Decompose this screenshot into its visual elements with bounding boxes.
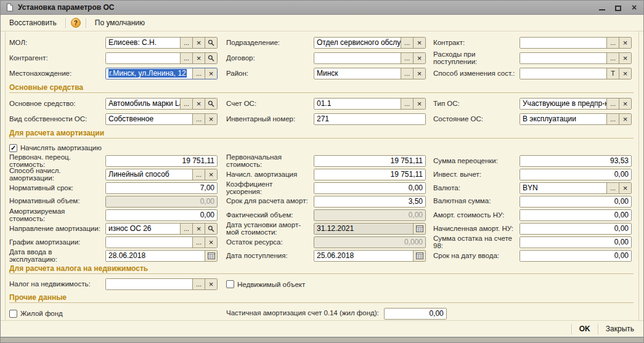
nachislyat-amortizaciyu-checkbox[interactable]: ✓Начислять амортизацию [9,144,218,152]
pervonach-pereoc-stoimost-field[interactable]: 19 751,11 [105,155,218,167]
mol-field[interactable]: Елисеев: С.Н....× [105,37,218,49]
data-ustanovki-amort-stoimosti-calendar-button[interactable] [413,224,425,234]
mestonahozhdenie-input[interactable]: г.Минск, ул.Ленина, 12 [106,68,192,79]
normativnyj-obem-field[interactable]: 0,00 [105,196,218,208]
kontrakt-input[interactable] [520,38,606,48]
chastichnaya-amortizaciya-input[interactable]: 0,00 [385,309,446,319]
sposob-nachisl-amortizacii-input[interactable]: Линейный способ [106,169,192,180]
default-button[interactable]: По умолчанию [91,17,149,29]
summa-ostatka-schet-98-field[interactable]: 0,00 [520,236,632,248]
zhiloj-fond-checkbox[interactable]: Жилой фонд [9,310,218,318]
close-icon[interactable]: × [630,3,638,12]
vid-sobstvennosti-os-input[interactable]: Собственное [106,114,192,124]
nalog-na-nedvizhimost-field[interactable]: ...× [105,278,218,290]
podrazdelenie-clear-button[interactable]: × [413,38,425,48]
valyuta-clear-button[interactable]: × [619,183,631,193]
napravlenie-amortizacii-search-button[interactable] [205,224,217,234]
pervonachalnaya-stoimost-input[interactable]: 19 751,11 [314,156,425,166]
mol-search-button[interactable] [205,38,217,48]
data-postupleniya-field[interactable]: 25.06.2018 [314,250,426,262]
data-vvoda-v-ekspluataciyu-field[interactable]: 28.06.2018 [105,250,218,262]
rashody-pri-postuplenii-ellipsis-button[interactable]: ... [606,53,619,63]
nachislyat-amortizaciyu-checkbox-box[interactable]: ✓ [9,144,17,152]
schet-os-clear-button[interactable]: × [413,99,425,109]
minimize-button[interactable] [598,3,606,12]
dogovor-input[interactable] [314,53,401,63]
dogovor-ellipsis-button[interactable]: ... [401,53,413,63]
sposob-izmeneniya-sost-type-button[interactable]: T [606,68,619,79]
sostoyanie-os-input[interactable]: В эксплуатации [520,114,606,124]
restore-button[interactable]: Восстановить [6,17,60,29]
kontrakt-clear-button[interactable]: × [619,38,631,48]
rashody-pri-postuplenii-field[interactable]: ...× [520,52,632,64]
osnovnoe-sredstvo-input[interactable]: Автомобиль марки Lada V [106,99,180,109]
schet-os-field[interactable]: 01.1...× [314,98,426,110]
srok-dlya-rascheta-amort-field[interactable]: 3,50 [314,196,426,208]
nalog-na-nedvizhimost-input[interactable] [106,279,192,289]
osnovnoe-sredstvo-search-button[interactable] [205,99,217,109]
grafik-amortizacii-field[interactable]: ...× [105,236,218,248]
sostoyanie-os-field[interactable]: В эксплуатации...× [520,113,632,125]
nachislennaya-amort-nu-field[interactable]: 0,00 [520,223,632,235]
rashody-pri-postuplenii-clear-button[interactable]: × [619,53,631,63]
data-postupleniya-input[interactable]: 25.06.2018 [314,251,413,261]
rajon-field[interactable]: Минск...× [314,68,426,79]
srok-na-datu-vvoda-field[interactable]: 0,00 [520,250,632,262]
valyuta-field[interactable]: BYN...× [520,182,632,194]
sostoyanie-os-clear-button[interactable]: × [619,114,631,124]
mestonahozhdenie-field[interactable]: г.Минск, ул.Ленина, 12...× [105,68,218,79]
tip-os-input[interactable]: Участвующие в предпр-кой д [520,99,606,109]
ostatok-resursa-field[interactable]: 0,000 [314,236,426,248]
schet-os-ellipsis-button[interactable]: ... [401,99,413,109]
kontrakt-ellipsis-button[interactable]: ... [606,38,619,48]
nachisl-amortizaciya-field[interactable]: 19 751,11 [314,169,426,180]
napravlenie-amortizacii-field[interactable]: износ ОС 26...× [105,223,218,235]
footer-close-button[interactable]: Закрыть [604,323,636,334]
mol-input[interactable]: Елисеев: С.Н. [106,38,180,48]
normativnyj-srok-field[interactable]: 7,00 [105,182,218,194]
napravlenie-amortizacii-clear-button[interactable]: × [192,224,205,234]
rajon-input[interactable]: Минск [314,68,401,79]
summa-pereocenki-input[interactable]: 93,53 [520,156,631,166]
invest-vychet-input[interactable]: 0,00 [520,169,631,180]
sposob-izmeneniya-sost-input[interactable] [520,68,606,79]
ostatok-resursa-input[interactable]: 0,000 [314,237,425,248]
osnovnoe-sredstvo-ellipsis-button[interactable]: ... [180,99,192,109]
kontragent-ellipsis-button[interactable]: ... [180,53,192,63]
dogovor-clear-button[interactable]: × [413,53,425,63]
summa-ostatka-schet-98-input[interactable]: 0,00 [520,237,631,248]
osnovnoe-sredstvo-field[interactable]: Автомобиль марки Lada V...× [105,98,218,110]
data-ustanovki-amort-stoimosti-field[interactable]: 31.12.2021 [314,223,426,235]
help-icon[interactable]: ? [71,18,81,28]
sposob-nachisl-amortizacii-clear-button[interactable]: × [205,169,217,180]
mestonahozhdenie-ellipsis-button[interactable]: ... [192,68,205,79]
data-ustanovki-amort-stoimosti-input[interactable]: 31.12.2021 [314,224,413,234]
kontragent-input[interactable] [106,53,180,63]
mol-clear-button[interactable]: × [192,38,205,48]
nalog-na-nedvizhimost-clear-button[interactable]: × [205,279,217,289]
podrazdelenie-ellipsis-button[interactable]: ... [401,38,413,48]
inventarnyj-nomer-input[interactable]: 271 [314,114,425,124]
kontragent-field[interactable]: ...× [105,52,218,64]
kontrakt-field[interactable]: ...× [520,37,632,49]
sposob-nachisl-amortizacii-ellipsis-button[interactable]: ... [192,169,205,180]
fakticheskij-obem-input[interactable]: 0,00 [314,210,425,220]
ok-button[interactable]: OK [577,323,592,334]
sostoyanie-os-ellipsis-button[interactable]: ... [606,114,619,124]
rajon-clear-button[interactable]: × [413,68,425,79]
rajon-ellipsis-button[interactable]: ... [401,68,413,79]
summa-pereocenki-field[interactable]: 93,53 [520,155,632,167]
mestonahozhdenie-clear-button[interactable]: × [205,68,217,79]
valyuta-input[interactable]: BYN [520,183,606,193]
sposob-nachisl-amortizacii-field[interactable]: Линейный способ...× [105,169,218,180]
amortiziruemaya-stoimost-input[interactable]: 0,00 [106,210,217,220]
srok-dlya-rascheta-amort-input[interactable]: 3,50 [314,196,425,207]
osnovnoe-sredstvo-clear-button[interactable]: × [192,99,205,109]
nachislennaya-amort-nu-input[interactable]: 0,00 [520,224,631,234]
nedvizhimyj-obekt-checkbox[interactable]: Недвижимый объект [226,280,426,288]
amort-stoimost-nu-input[interactable]: 0,00 [520,210,631,220]
grafik-amortizacii-clear-button[interactable]: × [205,237,217,248]
maximize-button[interactable] [614,3,622,12]
koefficient-uskoreniya-input[interactable]: 0,00 [314,183,425,193]
fakticheskij-obem-field[interactable]: 0,00 [314,209,426,221]
